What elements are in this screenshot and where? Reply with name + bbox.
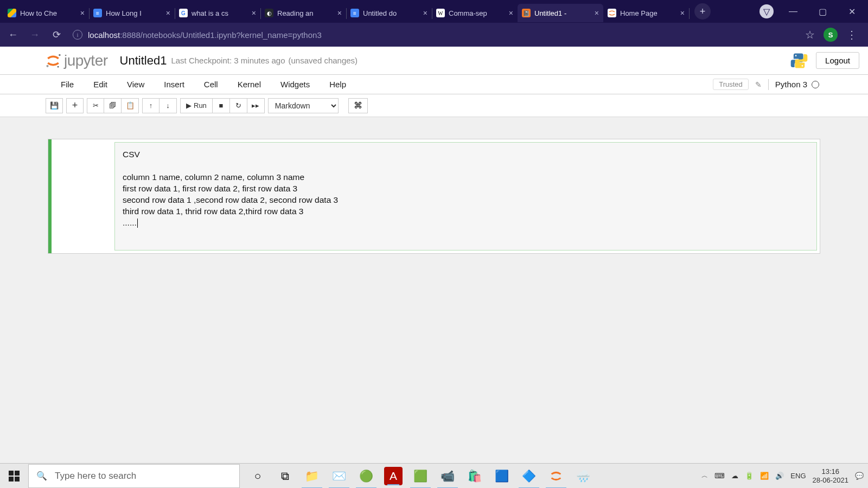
paste-button[interactable]: 📋 [122,98,139,113]
close-icon[interactable]: × [252,9,256,17]
save-button[interactable]: 💾 [46,98,63,113]
browser-tab-doc2[interactable]: ≡ Untitled do × [346,4,432,22]
address-bar: ← → ⟳ i localhost:8888/notebooks/Untitle… [0,23,868,47]
notebook-area: CSV column 1 name, column 2 name, column… [0,117,868,254]
browser-tab-jupyter-home[interactable]: Home Page × [603,4,689,22]
move-up-button[interactable]: ↑ [142,98,159,113]
browser-tab-google[interactable]: G what is a cs × [175,4,260,22]
command-palette-button[interactable]: ⌘ [348,98,368,113]
mail-icon[interactable]: ✉️ [326,464,353,489]
jupyter-taskbar-icon[interactable] [542,464,570,489]
add-cell-button[interactable]: + [66,98,84,113]
menu-widgets[interactable]: Widgets [271,80,320,89]
jupyter-brand-text: jupyter [64,52,108,69]
url-path: :8888/notebooks/Untitled1.ipynb?kernel_n… [120,30,322,40]
zoom-icon[interactable]: 📹 [434,464,461,489]
tab-label: How Long I [106,9,163,17]
close-icon[interactable]: × [423,9,427,17]
jupyter-logo[interactable]: jupyter [46,52,108,69]
reload-button[interactable]: ⟳ [47,26,66,43]
browser-profile-icon[interactable]: ▽ [760,4,774,18]
restart-button[interactable]: ↻ [230,98,247,113]
date-text: 28-06-2021 [813,476,849,485]
close-icon[interactable]: × [80,9,85,17]
menu-help[interactable]: Help [320,80,356,89]
kernel-indicator[interactable]: Python 3 [775,80,819,89]
cell-type-select[interactable]: Markdown [268,98,339,113]
file-explorer-icon[interactable]: 📁 [298,464,326,489]
run-button-label: Run [194,101,207,110]
vscode-icon[interactable]: 🔷 [515,464,542,489]
jupyter-header: jupyter Untitled1 Last Checkpoint: 3 min… [0,47,868,75]
logout-button[interactable]: Logout [816,52,859,69]
chrome-icon[interactable]: 🟢 [353,464,380,489]
kernel-name-text: Python 3 [775,80,807,89]
acrobat-icon[interactable]: A [384,467,403,485]
svg-point-0 [59,54,61,56]
tray-overflow-icon[interactable]: ︿ [701,471,708,480]
profile-avatar[interactable]: S [824,28,838,42]
browser-tab-notebook[interactable]: 📓 Untitled1 - × [518,4,603,22]
windows-taskbar: 🔍 Type here to search ○ ⧉ 📁 ✉️ 🟢 A 🟩 📹 🛍… [0,463,868,488]
clock[interactable]: 13:16 28-06-2021 [813,467,849,484]
minimize-button[interactable]: — [783,3,803,20]
weather-icon[interactable]: 🌧️ [570,464,597,489]
wifi-icon[interactable]: 📶 [760,472,769,480]
site-info-icon[interactable]: i [73,30,82,40]
battery-icon[interactable]: 🔋 [745,472,754,480]
trusted-badge[interactable]: Trusted [713,79,749,90]
task-view-icon[interactable]: ⧉ [271,464,298,489]
menu-view[interactable]: View [117,80,154,89]
taskbar-search[interactable]: 🔍 Type here to search [28,464,240,488]
whatsapp-icon[interactable]: 🟩 [407,464,434,489]
cut-button[interactable]: ✂ [87,98,104,113]
menu-cell[interactable]: Cell [194,80,228,89]
close-icon[interactable]: × [166,9,170,17]
close-icon[interactable]: × [595,9,599,17]
microsoft-store-icon[interactable]: 🛍️ [461,464,488,489]
bookmark-icon[interactable]: ☆ [805,28,815,41]
notebook-cell[interactable]: CSV column 1 name, column 2 name, column… [48,139,820,254]
back-button[interactable]: ← [3,26,23,43]
svg-point-4 [802,65,803,66]
language-indicator[interactable]: ENG [790,472,806,480]
move-down-button[interactable]: ↓ [159,98,177,113]
browser-menu-button[interactable]: ⋮ [846,28,857,41]
svg-rect-5 [9,471,14,476]
restart-run-all-button[interactable]: ▸▸ [247,98,265,113]
svg-point-1 [46,65,48,67]
url-box[interactable]: i localhost:8888/notebooks/Untitled1.ipy… [68,26,795,43]
run-button[interactable]: ▶ Run [180,98,213,113]
maximize-button[interactable]: ▢ [813,3,832,20]
browser-tab-wiki[interactable]: W Comma-sep × [432,4,518,22]
notifications-icon[interactable]: 💬 [855,472,864,480]
new-tab-button[interactable]: + [694,3,711,20]
interrupt-button[interactable]: ■ [213,98,230,113]
search-placeholder: Type here to search [55,471,136,481]
menu-edit[interactable]: Edit [84,80,117,89]
close-window-button[interactable]: ✕ [842,3,861,20]
kernel-status-icon [812,81,819,88]
keyboard-icon[interactable]: ⌨ [714,472,725,480]
notebook-title[interactable]: Untitled1 [120,54,167,68]
copy-button[interactable]: 🗐 [104,98,122,113]
forward-button[interactable]: → [25,26,44,43]
cell-editor[interactable]: CSV column 1 name, column 2 name, column… [114,142,817,251]
close-icon[interactable]: × [337,9,342,17]
browser-tab-drive[interactable]: How to Che × [3,4,89,22]
menu-insert[interactable]: Insert [154,80,194,89]
browser-tab-github[interactable]: ◐ Reading an × [260,4,346,22]
cortana-icon[interactable]: ○ [244,464,271,489]
tab-label: Reading an [277,9,334,17]
start-button[interactable] [0,464,28,489]
edit-mode-icon[interactable]: ✎ [755,80,762,89]
close-icon[interactable]: × [680,9,685,17]
search-icon: 🔍 [36,471,47,481]
menu-kernel[interactable]: Kernel [228,80,271,89]
browser-tab-doc1[interactable]: ≡ How Long I × [89,4,175,22]
onedrive-icon[interactable]: ☁ [731,472,738,480]
volume-icon[interactable]: 🔊 [775,472,784,480]
close-icon[interactable]: × [509,9,513,17]
menu-file[interactable]: File [51,80,84,89]
app-icon[interactable]: 🟦 [488,464,515,489]
